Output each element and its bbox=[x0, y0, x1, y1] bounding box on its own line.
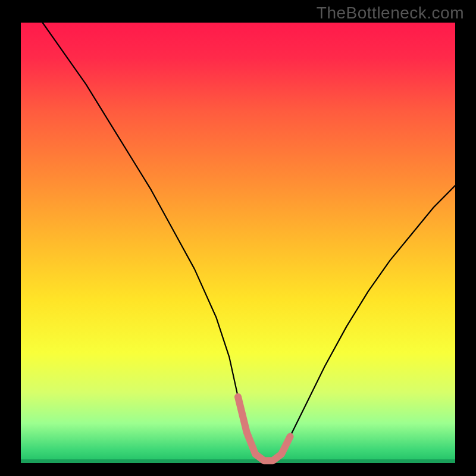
baseline-strip bbox=[21, 459, 455, 463]
bottleneck-plot bbox=[0, 0, 476, 476]
chart-frame: TheBottleneck.com bbox=[0, 0, 476, 476]
